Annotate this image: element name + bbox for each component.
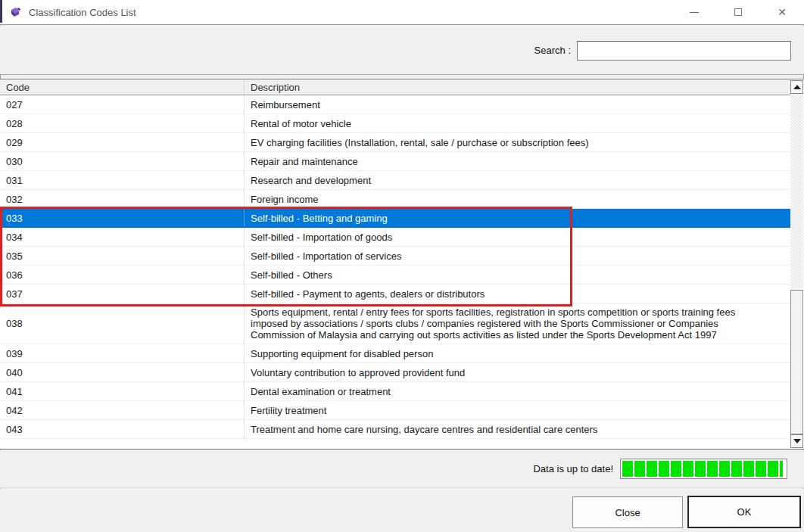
progress-bar xyxy=(620,459,787,479)
cell-description: Self-billed - Others xyxy=(244,266,790,284)
table-row[interactable]: 043 Treatment and home care nursing, day… xyxy=(0,420,790,439)
cell-description: Supporting equipment for disabled person xyxy=(244,344,790,362)
minimize-button[interactable] xyxy=(672,0,716,24)
table-row[interactable]: 037 Self-billed - Payment to agents, dea… xyxy=(0,285,790,303)
cell-code: 039 xyxy=(0,344,244,362)
cell-code: 032 xyxy=(0,190,244,208)
cell-description: EV charging facilities (Installation, re… xyxy=(244,133,790,151)
close-window-button[interactable]: ✕ xyxy=(760,0,804,24)
cell-code: 037 xyxy=(0,285,244,303)
progress-block xyxy=(719,461,730,477)
cell-description: Dental examination or treatment xyxy=(244,382,790,400)
column-header-description[interactable]: Description xyxy=(244,79,790,95)
table-row[interactable]: 033 Self-billed - Betting and gaming xyxy=(0,209,790,228)
ok-button[interactable]: OK xyxy=(687,496,801,528)
close-icon: ✕ xyxy=(778,7,787,17)
close-button[interactable]: Close xyxy=(572,496,683,528)
cell-description: Sports equipment, rental / entry fees fo… xyxy=(244,303,786,344)
table-row[interactable]: 042 Fertility treatment xyxy=(0,401,790,420)
maximize-icon xyxy=(734,8,742,16)
cell-code: 041 xyxy=(0,382,244,400)
table-row[interactable]: 028 Rental of motor vehicle xyxy=(0,114,790,133)
table-row[interactable]: 034 Self-billed - Importation of goods xyxy=(0,228,790,247)
progress-block xyxy=(743,461,754,477)
cell-code: 034 xyxy=(0,228,244,246)
cell-code: 038 xyxy=(0,303,244,344)
cell-code: 029 xyxy=(0,133,244,151)
progress-block xyxy=(756,461,766,477)
search-panel: Search : xyxy=(0,26,804,75)
table-body: 027 Reimbursement 028 Rental of motor ve… xyxy=(0,95,804,439)
cell-code: 042 xyxy=(0,401,244,419)
cell-code: 035 xyxy=(0,247,244,265)
vertical-scrollbar[interactable] xyxy=(790,80,803,448)
arrow-up-icon xyxy=(793,85,801,89)
button-bar: Close OK xyxy=(0,489,804,532)
scroll-up-button[interactable] xyxy=(790,80,803,94)
cell-code: 027 xyxy=(0,95,244,114)
table-row[interactable]: 035 Self-billed - Importation of service… xyxy=(0,247,790,266)
cell-description: Research and development xyxy=(244,171,790,189)
cell-description: Self-billed - Payment to agents, dealers… xyxy=(244,285,790,303)
cell-code: 031 xyxy=(0,171,244,189)
search-input[interactable] xyxy=(577,41,791,61)
codes-table: Code Description 027 Reimbursement 028 R… xyxy=(0,79,804,450)
cell-description: Treatment and home care nursing, daycare… xyxy=(244,420,790,438)
cell-description: Self-billed - Importation of services xyxy=(244,247,790,265)
column-header-code[interactable]: Code xyxy=(0,79,244,95)
classification-codes-window: Classification Codes List ✕ Search : Cod… xyxy=(0,0,804,532)
status-text: Data is up to date! xyxy=(533,463,613,474)
cell-code: 036 xyxy=(0,266,244,284)
status-strip: Data is up to date! xyxy=(0,450,804,488)
progress-block xyxy=(659,461,669,477)
progress-block xyxy=(768,461,778,477)
table-row[interactable]: 040 Voluntary contribution to approved p… xyxy=(0,363,790,382)
progress-block xyxy=(707,461,718,477)
title-bar: Classification Codes List ✕ xyxy=(0,0,804,25)
progress-block xyxy=(695,461,706,477)
progress-block xyxy=(683,461,693,477)
cell-description: Voluntary contribution to approved provi… xyxy=(244,363,790,381)
cell-code: 033 xyxy=(0,209,244,227)
scrollbar-thumb[interactable] xyxy=(790,290,803,434)
cell-description: Fertility treatment xyxy=(244,401,790,419)
app-icon xyxy=(8,5,22,19)
search-label: Search : xyxy=(534,45,571,56)
table-row[interactable]: 032 Foreign income xyxy=(0,190,790,209)
cell-code: 030 xyxy=(0,152,244,170)
screen-edge-artifact xyxy=(0,0,2,23)
progress-block xyxy=(622,461,633,477)
cell-description: Rental of motor vehicle xyxy=(244,114,790,132)
cell-description: Self-billed - Betting and gaming xyxy=(244,209,790,227)
cell-description: Self-billed - Importation of goods xyxy=(244,228,790,246)
cell-code: 028 xyxy=(0,114,244,132)
table-row[interactable]: 030 Repair and maintenance xyxy=(0,152,790,171)
table-row[interactable]: 036 Self-billed - Others xyxy=(0,266,790,285)
cell-description: Repair and maintenance xyxy=(244,152,790,170)
table-row[interactable]: 039 Supporting equipment for disabled pe… xyxy=(0,344,790,363)
progress-block xyxy=(647,461,657,477)
cell-description: Foreign income xyxy=(244,190,790,208)
cell-code: 040 xyxy=(0,363,244,381)
table-row[interactable]: 038 Sports equipment, rental / entry fee… xyxy=(0,303,790,344)
table-row[interactable]: 027 Reimbursement xyxy=(0,95,790,114)
minimize-icon xyxy=(690,12,699,13)
progress-block xyxy=(780,461,783,477)
table-row[interactable]: 041 Dental examination or treatment xyxy=(0,382,790,401)
cell-description: Reimbursement xyxy=(244,95,790,114)
progress-block xyxy=(731,461,742,477)
arrow-down-icon xyxy=(793,439,801,443)
table-row[interactable]: 029 EV charging facilities (Installation… xyxy=(0,133,790,152)
progress-block xyxy=(634,461,645,477)
table-header: Code Description xyxy=(0,79,790,95)
progress-block xyxy=(671,461,681,477)
window-controls: ✕ xyxy=(672,0,804,24)
window-title: Classification Codes List xyxy=(29,7,136,18)
scroll-down-button[interactable] xyxy=(790,434,803,448)
table-row[interactable]: 031 Research and development xyxy=(0,171,790,190)
cell-code: 043 xyxy=(0,420,244,438)
maximize-button[interactable] xyxy=(716,0,760,24)
progress-bar-fill xyxy=(622,461,785,477)
